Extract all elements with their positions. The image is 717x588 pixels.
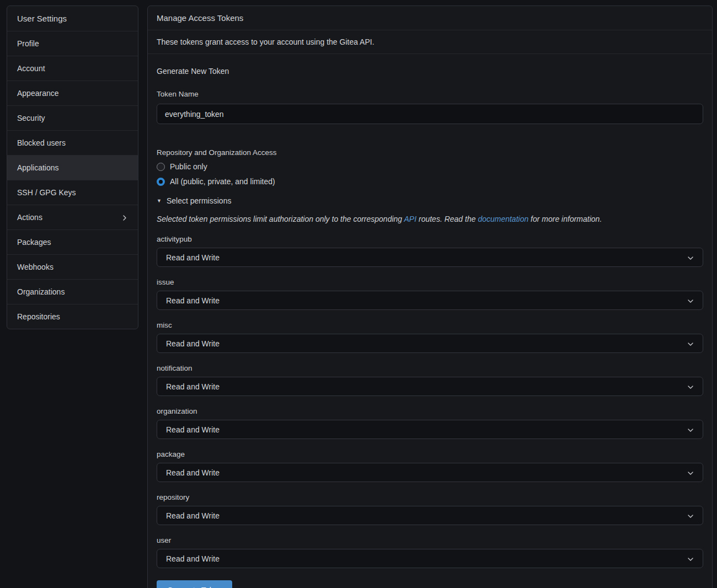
sidebar-item-label: Repositories <box>17 312 60 321</box>
sidebar-item-label: Actions <box>17 213 42 222</box>
sidebar-item-actions[interactable]: Actions <box>7 205 138 229</box>
scope-label-notification: notification <box>157 364 703 372</box>
sidebar-item-label: Account <box>17 64 45 73</box>
sidebar-item-applications[interactable]: Applications <box>7 155 138 180</box>
scope-select-issue[interactable]: Read and Write <box>157 291 703 310</box>
sidebar-title-label: User Settings <box>17 14 67 23</box>
scope-select-misc[interactable]: Read and Write <box>157 334 703 353</box>
chevron-down-icon <box>687 426 694 433</box>
selected-value: Read and Write <box>166 296 220 305</box>
chevron-down-icon <box>687 469 694 476</box>
scope-select-notification[interactable]: Read and Write <box>157 377 703 396</box>
panel-description: These tokens grant access to your accoun… <box>148 30 712 54</box>
selected-value: Read and Write <box>166 382 220 391</box>
scope-select-activitypub[interactable]: Read and Write <box>157 248 703 267</box>
chevron-down-icon <box>687 512 694 519</box>
generate-token-button[interactable]: Generate Token <box>157 580 232 588</box>
sidebar-item-profile[interactable]: Profile <box>7 31 138 56</box>
token-name-input[interactable] <box>157 104 703 124</box>
sidebar-title: User Settings <box>7 6 138 31</box>
settings-sidebar: User Settings Profile Account Appearance… <box>7 6 138 329</box>
select-permissions-toggle[interactable]: ▼ Select permissions <box>157 196 703 205</box>
documentation-link[interactable]: documentation <box>478 215 528 223</box>
scope-label-package: package <box>157 450 703 458</box>
sidebar-item-label: Applications <box>17 163 59 172</box>
scope-select-package[interactable]: Read and Write <box>157 463 703 482</box>
page: User Settings Profile Account Appearance… <box>0 0 717 588</box>
page-title: Manage Access Tokens <box>157 13 243 23</box>
scope-label-activitypub: activitypub <box>157 235 703 243</box>
chevron-down-icon <box>687 555 694 562</box>
radio-button[interactable] <box>157 163 165 171</box>
sidebar-item-appearance[interactable]: Appearance <box>7 81 138 105</box>
sidebar-item-label: Blocked users <box>17 138 66 147</box>
radio-label: All (public, private, and limited) <box>170 177 275 186</box>
scope-select-repository[interactable]: Read and Write <box>157 506 703 525</box>
selected-value: Read and Write <box>166 468 220 477</box>
chevron-down-icon <box>687 340 694 347</box>
sidebar-item-account[interactable]: Account <box>7 56 138 81</box>
sidebar-item-label: Security <box>17 114 45 122</box>
description-text: These tokens grant access to your accoun… <box>157 38 374 46</box>
note-suffix: for more information. <box>528 215 602 223</box>
scope-label-misc: misc <box>157 321 703 329</box>
selected-value: Read and Write <box>166 511 220 520</box>
scope-label-repository: repository <box>157 493 703 501</box>
sidebar-item-security[interactable]: Security <box>7 105 138 130</box>
chevron-down-icon <box>687 254 694 261</box>
sidebar-item-webhooks[interactable]: Webhooks <box>7 254 138 279</box>
selected-value: Read and Write <box>166 253 220 262</box>
sidebar-item-label: SSH / GPG Keys <box>17 188 76 197</box>
scope-select-user[interactable]: Read and Write <box>157 549 703 568</box>
sidebar-item-label: Appearance <box>17 89 59 98</box>
panel-header: Manage Access Tokens <box>148 6 712 30</box>
chevron-down-icon <box>687 383 694 390</box>
scope-select-organization[interactable]: Read and Write <box>157 420 703 439</box>
chevron-down-icon <box>687 297 694 304</box>
section-title: Generate New Token <box>157 67 703 76</box>
manage-access-tokens-panel: Manage Access Tokens These tokens grant … <box>147 6 713 588</box>
scope-label-organization: organization <box>157 407 703 415</box>
access-section-label: Repository and Organization Access <box>157 148 703 157</box>
sidebar-item-organizations[interactable]: Organizations <box>7 279 138 304</box>
radio-option-public-only[interactable]: Public only <box>157 162 703 171</box>
sidebar-item-label: Webhooks <box>17 263 53 271</box>
selected-value: Read and Write <box>166 339 220 348</box>
radio-label: Public only <box>170 162 207 171</box>
select-permissions-label: Select permissions <box>167 196 232 205</box>
radio-button[interactable] <box>157 178 165 186</box>
sidebar-item-label: Profile <box>17 39 39 48</box>
chevron-right-icon <box>121 214 128 221</box>
sidebar-item-blocked-users[interactable]: Blocked users <box>7 130 138 155</box>
selected-value: Read and Write <box>166 554 220 563</box>
selected-value: Read and Write <box>166 425 220 434</box>
sidebar-item-repositories[interactable]: Repositories <box>7 304 138 329</box>
sidebar-item-label: Packages <box>17 238 51 247</box>
sidebar-item-packages[interactable]: Packages <box>7 229 138 254</box>
token-name-label: Token Name <box>157 90 703 98</box>
caret-down-icon: ▼ <box>157 199 162 204</box>
scope-label-user: user <box>157 536 703 544</box>
note-middle: routes. Read the <box>416 215 478 223</box>
permissions-note: Selected token permissions limit authori… <box>157 215 703 223</box>
generate-token-form: Generate New Token Token Name Repository… <box>148 54 712 588</box>
radio-option-all[interactable]: All (public, private, and limited) <box>157 177 703 186</box>
sidebar-item-ssh-gpg-keys[interactable]: SSH / GPG Keys <box>7 180 138 205</box>
api-link[interactable]: API <box>404 215 417 223</box>
sidebar-item-label: Organizations <box>17 287 65 296</box>
note-prefix: Selected token permissions limit authori… <box>157 215 404 223</box>
scope-label-issue: issue <box>157 278 703 286</box>
